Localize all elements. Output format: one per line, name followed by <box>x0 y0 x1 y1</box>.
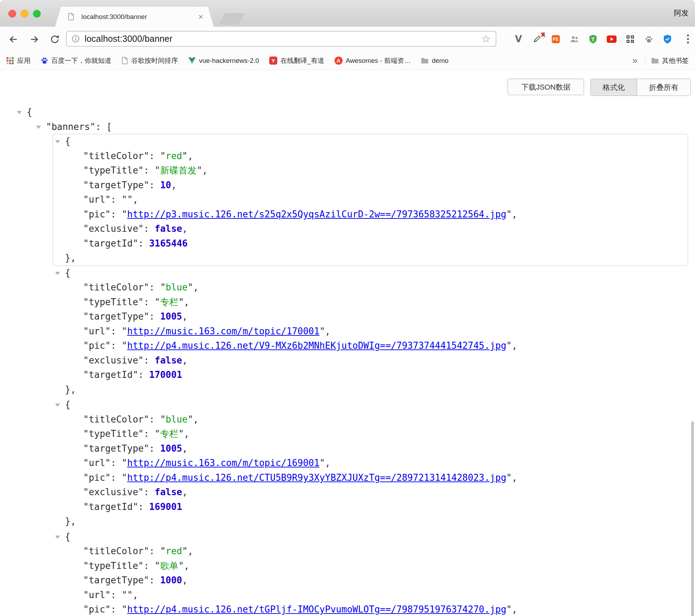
json-tree: {"banners": [{"titleColor": "red","typeT… <box>0 105 695 616</box>
json-line: "typeTitle": "新碟首发", <box>53 163 688 178</box>
back-button[interactable] <box>6 32 21 47</box>
json-url-link[interactable]: http://p3.music.126.net/s25q2x5QyqsAzilC… <box>127 209 506 219</box>
baidu-paw-icon <box>41 57 48 64</box>
json-line: "pic": "http://p3.music.126.net/s25q2x5Q… <box>53 207 688 222</box>
bookmark-item[interactable]: 百度一下，你就知道 <box>41 56 111 65</box>
omnibox-url[interactable]: localhost:3000/banner <box>85 34 172 44</box>
bookmark-label: 在线翻译_有道 <box>280 56 324 65</box>
fe-icon[interactable]: FE <box>550 34 561 44</box>
json-line: "exclusive": false, <box>53 222 688 236</box>
address-bar[interactable]: localhost:3000/banner ☆ <box>66 31 496 47</box>
bookmark-item[interactable]: vue-hackernews-2.0 <box>188 57 259 65</box>
bookmark-label: Awesomes - 前端资… <box>346 56 411 65</box>
page-content: 下载JSON数据 格式化 折叠所有 {"banners": [{"titleCo… <box>0 70 695 616</box>
browser-menu-icon[interactable] <box>687 34 689 46</box>
collapse-all-button[interactable]: 折叠所有 <box>637 79 690 96</box>
json-line: "pic": "http://p4.music.126.net/tGPljf-I… <box>53 602 688 616</box>
json-line: "url": "http://music.163.com/m/topic/170… <box>53 324 688 339</box>
bookmark-item[interactable]: 应用 <box>6 56 31 65</box>
json-line: "titleColor": "red", <box>53 544 688 559</box>
info-icon[interactable] <box>72 35 80 43</box>
format-collapse-group: 格式化 折叠所有 <box>590 79 691 96</box>
apps-grid-icon <box>6 57 14 65</box>
extension-icons: V英FET <box>513 27 673 51</box>
json-line: "targetId": 170001 <box>53 368 688 382</box>
json-line: "url": "", <box>53 588 688 603</box>
json-line: }, <box>53 251 688 266</box>
bookmark-item[interactable]: demo <box>421 57 449 65</box>
bookmark-label: 谷歌按时间排序 <box>131 56 178 65</box>
collapse-triangle-icon[interactable] <box>36 126 41 129</box>
json-object-block: {"titleColor": "blue","typeTitle": "专栏",… <box>53 397 688 529</box>
json-line: "titleColor": "red", <box>53 149 688 164</box>
json-line: { <box>53 398 688 412</box>
svg-text:T: T <box>591 36 595 42</box>
folder-icon <box>651 57 659 64</box>
v-tool-icon[interactable]: V <box>513 34 524 44</box>
json-line: "typeTitle": "歌单", <box>53 559 688 574</box>
bookmarks-overflow-chevron[interactable]: » <box>630 55 640 66</box>
json-url-link[interactable]: http://p4.music.126.net/V9-MXz6b2MNhEKju… <box>127 340 506 351</box>
tab-title: localhost:3000/banner <box>81 13 198 21</box>
bookmarks-items: 应用百度一下，你就知道谷歌按时间排序vue-hackernews-2.0Y在线翻… <box>6 56 459 65</box>
qr-code-icon[interactable] <box>625 34 635 44</box>
paw-icon[interactable] <box>643 34 654 44</box>
new-tab-button[interactable] <box>220 13 244 24</box>
bookmark-item[interactable]: AAwesomes - 前端资… <box>335 56 411 65</box>
json-url-link[interactable]: http://music.163.com/m/topic/170001 <box>127 326 319 336</box>
bookmark-label: demo <box>432 57 449 65</box>
json-line: "pic": "http://p4.music.126.net/CTU5B9R9… <box>53 471 688 485</box>
bookmark-item[interactable]: 谷歌按时间排序 <box>121 56 178 65</box>
json-line: "targetType": 1000, <box>53 573 688 588</box>
json-line: { <box>53 530 688 544</box>
reload-button[interactable] <box>47 32 62 47</box>
collapse-triangle-icon[interactable] <box>55 536 60 539</box>
forward-button[interactable] <box>27 32 42 47</box>
json-line: "targetType": 1005, <box>53 441 688 456</box>
profile-name[interactable]: 阿发 <box>674 8 689 18</box>
download-json-button[interactable]: 下载JSON数据 <box>508 79 584 95</box>
shield-check-icon[interactable] <box>662 34 673 44</box>
bookmark-item[interactable]: Y在线翻译_有道 <box>269 56 324 65</box>
json-line: "targetType": 1005, <box>53 309 688 324</box>
minimize-window-button[interactable] <box>21 10 28 18</box>
scrollbar-thumb[interactable] <box>691 421 694 616</box>
json-url-link[interactable]: http://p4.music.126.net/CTU5B9R9y3XyYBZX… <box>127 472 506 483</box>
collapse-triangle-icon[interactable] <box>17 111 22 114</box>
json-object-block: {"titleColor": "red","typeTitle": "歌单","… <box>53 529 688 616</box>
format-button[interactable]: 格式化 <box>591 79 637 96</box>
youdao-icon: Y <box>269 57 277 65</box>
json-line: "exclusive": false, <box>53 485 688 500</box>
json-page-toolbar: 下载JSON数据 格式化 折叠所有 <box>508 79 691 96</box>
folder-icon <box>421 57 429 64</box>
people-icon[interactable] <box>569 34 580 44</box>
collapse-triangle-icon[interactable] <box>55 404 60 407</box>
json-line: "url": "", <box>53 192 688 207</box>
dict-pen-icon[interactable]: 英 <box>532 34 542 44</box>
collapse-triangle-icon[interactable] <box>55 140 60 143</box>
close-window-button[interactable] <box>8 10 16 18</box>
json-line: { <box>53 266 688 281</box>
bookmark-star-icon[interactable]: ☆ <box>481 34 491 44</box>
zoom-window-button[interactable] <box>33 10 41 18</box>
other-bookmarks-label: 其他书签 <box>662 56 689 65</box>
json-line: "targetId": 3165446 <box>53 236 688 251</box>
awesomes-icon: A <box>335 57 343 65</box>
navigation-bar: localhost:3000/banner ☆ V英FET <box>0 27 695 51</box>
json-line: }, <box>53 382 688 397</box>
json-line: "targetId": 169001 <box>53 500 688 515</box>
shield-t-icon[interactable]: T <box>588 34 598 44</box>
vue-icon <box>188 57 196 64</box>
other-bookmarks-folder[interactable]: 其他书签 <box>651 56 689 65</box>
browser-tab[interactable]: localhost:3000/banner × <box>55 7 214 27</box>
json-line: "url": "http://music.163.com/m/topic/169… <box>53 456 688 471</box>
json-url-link[interactable]: http://music.163.com/m/topic/169001 <box>127 458 319 468</box>
tab-close-icon[interactable]: × <box>198 13 203 21</box>
json-line: }, <box>53 514 688 529</box>
collapse-triangle-icon[interactable] <box>55 272 60 275</box>
json-line: { <box>53 134 688 149</box>
json-line: "titleColor": "blue", <box>53 412 688 427</box>
json-url-link[interactable]: http://p4.music.126.net/tGPljf-IMOCyPvum… <box>127 604 506 615</box>
youtube-icon[interactable] <box>606 34 617 44</box>
json-line: "titleColor": "blue", <box>53 280 688 295</box>
